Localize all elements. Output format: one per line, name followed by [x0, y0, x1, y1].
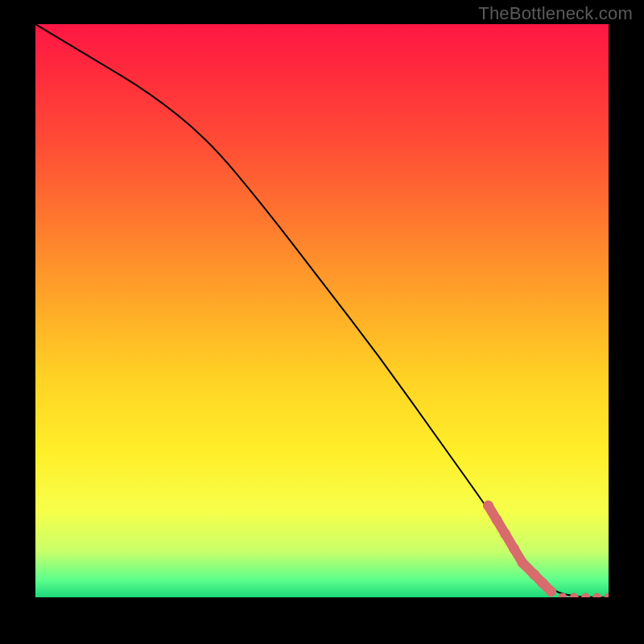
- highlight-dot: [547, 587, 556, 597]
- highlight-dot: [593, 593, 601, 597]
- plot-wrap: [35, 24, 609, 597]
- bottleneck-curve: [35, 24, 609, 597]
- chart-stage: TheBottleneck.com: [0, 0, 644, 644]
- highlight-dot: [570, 593, 578, 597]
- highlight-dot: [605, 593, 609, 597]
- plot-overlay-svg: [35, 24, 609, 597]
- highlight-dots-group: [483, 501, 609, 597]
- watermark-text: TheBottleneck.com: [478, 3, 633, 24]
- highlight-dot: [582, 593, 590, 597]
- plot-area: [35, 24, 609, 597]
